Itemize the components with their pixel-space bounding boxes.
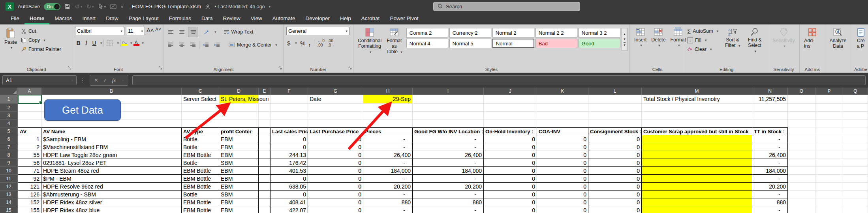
cell-J3[interactable]	[484, 112, 537, 120]
cell-J5[interactable]: On-Hold Inventory :	[484, 127, 537, 135]
cell-J6[interactable]: 0	[484, 135, 537, 143]
cell-F8[interactable]: 244.13	[271, 151, 308, 159]
cell-K2[interactable]	[537, 104, 588, 112]
style-chip-normal[interactable]: Normal	[492, 39, 534, 48]
fill-button[interactable]: ↓Fill▾	[687, 36, 718, 45]
style-chip-bad[interactable]: Bad	[535, 39, 577, 48]
cell-D12[interactable]: EBM	[219, 183, 259, 191]
cell-K3[interactable]	[537, 112, 588, 120]
row-header-14[interactable]: 14	[0, 198, 18, 206]
cell-J14[interactable]: 0	[484, 198, 537, 206]
cell-F9[interactable]: 176.42	[271, 159, 308, 167]
cell-D14[interactable]: EBM	[219, 198, 259, 206]
cell-G5[interactable]: Last Purchase Price	[308, 127, 363, 135]
cell-A8[interactable]: 55	[18, 151, 41, 159]
cell-L6[interactable]: 0	[588, 135, 642, 143]
cell-D1[interactable]: St. Peters, Missouri	[219, 95, 259, 104]
cell-I13[interactable]: -	[413, 191, 484, 198]
cell-N14[interactable]: 880	[752, 198, 788, 206]
borders-button[interactable]	[105, 38, 115, 48]
cell-G7[interactable]: 0	[308, 143, 363, 151]
cell-P1[interactable]	[815, 95, 843, 104]
cell-M9[interactable]	[642, 159, 752, 167]
cell-G8[interactable]: 0	[308, 151, 363, 159]
col-header-H[interactable]: H	[363, 88, 413, 95]
cell-O9[interactable]	[788, 159, 815, 167]
cell-L13[interactable]: 0	[588, 191, 642, 198]
redo-button[interactable]: ↻▾	[86, 3, 94, 10]
row-header-15[interactable]: 15	[0, 206, 18, 213]
cell-K9[interactable]: 0	[537, 159, 588, 167]
cell-N10[interactable]: 184,000	[752, 167, 788, 175]
cell-M11[interactable]	[642, 175, 752, 183]
cell-Q4[interactable]	[843, 120, 868, 127]
cell-E8[interactable]	[259, 151, 271, 159]
alignment-dialog-launcher[interactable]	[278, 64, 282, 71]
cell-M4[interactable]	[642, 120, 752, 127]
row-header-13[interactable]: 13	[0, 191, 18, 198]
cell-A11[interactable]: 92	[18, 175, 41, 183]
cell-A3[interactable]	[18, 112, 41, 120]
cell-C15[interactable]: EBM Bottle	[182, 206, 219, 213]
increase-decimal-button[interactable]: ←.0.00	[318, 39, 325, 47]
shrink-font-button[interactable]: A˅	[155, 27, 162, 35]
paste-button[interactable]: Paste▾	[2, 27, 19, 54]
select-all-corner[interactable]	[0, 88, 18, 95]
cell-E7[interactable]	[259, 143, 271, 151]
last-modified-label[interactable]: • Last Modified: 4h ago	[214, 4, 265, 9]
cell-C14[interactable]: EBM Bottle	[182, 198, 219, 206]
cell-Q11[interactable]	[843, 175, 868, 183]
cell-D15[interactable]: EBM	[219, 206, 259, 213]
tab-home[interactable]: Home	[24, 15, 50, 24]
cell-L8[interactable]: 0	[588, 151, 642, 159]
row-header-3[interactable]: 3	[0, 112, 18, 120]
cell-L7[interactable]: 0	[588, 143, 642, 151]
tab-draw[interactable]: Draw	[101, 15, 124, 24]
cell-Q10[interactable]	[843, 167, 868, 175]
accounting-dropdown[interactable]: ▾	[295, 41, 297, 45]
cell-G14[interactable]: 0	[308, 198, 363, 206]
cell-J1[interactable]	[484, 95, 537, 104]
tab-data[interactable]: Data	[196, 15, 218, 24]
format-as-table-button[interactable]: Format asTable ▾	[384, 27, 405, 56]
col-header-D[interactable]: D	[219, 88, 259, 95]
borders-dropdown[interactable]: ▾	[117, 41, 119, 45]
cell-L14[interactable]: 0	[588, 198, 642, 206]
cell-O15[interactable]	[788, 206, 815, 213]
cell-M5[interactable]: Customer Scrap approved but still in Sto…	[642, 127, 752, 135]
analyze-data-button[interactable]: AnalyzeData	[827, 27, 849, 50]
tab-power-pivot[interactable]: Power Pivot	[385, 15, 423, 24]
cell-G9[interactable]: 0	[308, 159, 363, 167]
italic-button[interactable]: I	[83, 40, 90, 46]
cell-E12[interactable]	[259, 183, 271, 191]
style-chip-comma-2[interactable]: Comma 2	[406, 28, 448, 37]
cell-C5[interactable]: AV Type	[182, 127, 219, 135]
cell-N9[interactable]: -	[752, 159, 788, 167]
cell-L4[interactable]	[588, 120, 642, 127]
cell-K8[interactable]: 0	[537, 151, 588, 159]
cell-B8[interactable]: HDPE Law Toggle 28oz green	[41, 151, 182, 159]
cut-button[interactable]: Cut	[21, 27, 61, 36]
cell-A13[interactable]: 126	[18, 191, 41, 198]
cell-H5[interactable]: Pieces	[363, 127, 413, 135]
sensitivity-button[interactable]: Sensitivity▾	[770, 27, 797, 49]
cell-P3[interactable]	[815, 112, 843, 120]
cell-Q5[interactable]	[843, 127, 868, 135]
cell-H12[interactable]: 20,200	[363, 183, 413, 191]
cell-L11[interactable]: 0	[588, 175, 642, 183]
cell-J8[interactable]: 0	[484, 151, 537, 159]
insert-cells-button[interactable]: Insert▾	[632, 27, 649, 48]
cell-Q3[interactable]	[843, 112, 868, 120]
col-header-Q[interactable]: Q	[843, 88, 868, 95]
number-dialog-launcher[interactable]	[348, 64, 352, 71]
cell-J12[interactable]: 0	[484, 183, 537, 191]
cell-D3[interactable]	[219, 112, 259, 120]
cell-O6[interactable]	[788, 135, 815, 143]
row-header-6[interactable]: 6	[0, 135, 18, 143]
tab-review[interactable]: Review	[218, 15, 245, 24]
cell-N1[interactable]: 11,257,505	[752, 95, 788, 104]
cell-G1[interactable]: Date	[308, 95, 363, 104]
shared-user-icon[interactable]	[205, 4, 210, 9]
decrease-indent-icon[interactable]	[201, 40, 210, 50]
get-data-button[interactable]: Get Data	[44, 99, 121, 121]
